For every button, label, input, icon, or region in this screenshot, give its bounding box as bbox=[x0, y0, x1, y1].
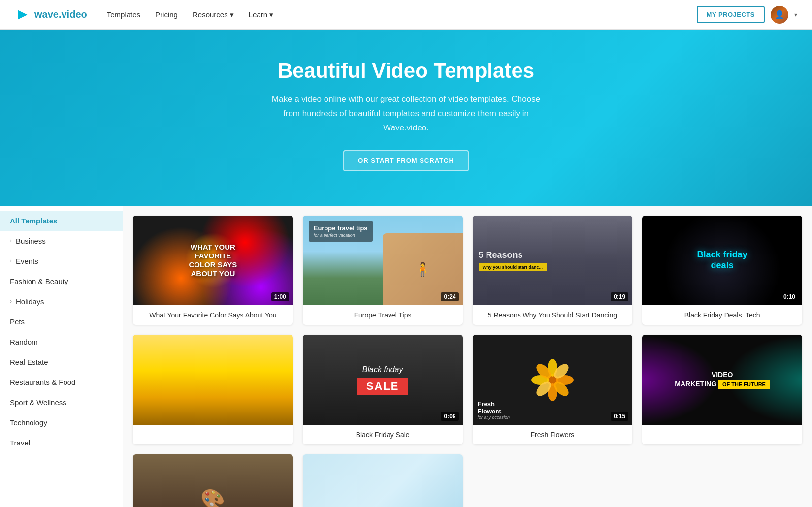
chevron-down-icon: ▾ bbox=[269, 10, 273, 19]
thumb-inner: WHAT YOURFAVORITECOLOR SAYSABOUT YOU bbox=[133, 216, 293, 306]
flower-svg bbox=[528, 355, 577, 405]
hero-description: Make a video online with our great colle… bbox=[268, 93, 544, 135]
flowers-text: Fresh Flowers for any occasion bbox=[478, 400, 510, 420]
sidebar-item-random[interactable]: Random bbox=[0, 332, 123, 352]
flowers-title: Fresh bbox=[478, 400, 510, 408]
template-card-color-says[interactable]: WHAT YOURFAVORITECOLOR SAYSABOUT YOU 1:0… bbox=[133, 216, 293, 325]
chevron-right-icon: › bbox=[10, 257, 12, 264]
duration-badge: 0:09 bbox=[441, 412, 458, 421]
template-label: What Your Favorite Color Says About You bbox=[133, 305, 293, 325]
template-card-bft[interactable]: Black fridaydeals 0:10 Black Friday Deal… bbox=[642, 216, 802, 325]
template-label bbox=[133, 425, 293, 437]
template-thumbnail-bft: Black fridaydeals 0:10 bbox=[642, 216, 802, 306]
vm-highlight: OF THE FUTURE bbox=[718, 380, 770, 389]
logo-text: wave.video bbox=[34, 9, 87, 20]
nav-learn[interactable]: Learn ▾ bbox=[249, 10, 273, 19]
nav-pricing[interactable]: Pricing bbox=[155, 10, 178, 19]
thumb-inner: VIDEOMARKETING OF THE FUTURE bbox=[642, 335, 802, 425]
my-projects-button[interactable]: MY PROJECTS bbox=[697, 6, 765, 23]
sidebar-item-sport-wellness[interactable]: Sport & Wellness bbox=[0, 392, 123, 412]
duration-badge: 0:19 bbox=[611, 292, 628, 301]
thumb-inner bbox=[133, 335, 293, 425]
nav-templates[interactable]: Templates bbox=[107, 10, 140, 19]
logo[interactable]: wave.video bbox=[15, 7, 87, 23]
thumb-text: WHAT YOURFAVORITECOLOR SAYSABOUT YOU bbox=[141, 243, 285, 278]
logo-icon bbox=[15, 7, 31, 23]
template-label: Fresh Flowers bbox=[473, 425, 633, 444]
template-thumbnail-color-says: WHAT YOURFAVORITECOLOR SAYSABOUT YOU 1:0… bbox=[133, 216, 293, 306]
duration-badge: 0:10 bbox=[780, 292, 798, 301]
bfs-cursive: Black friday bbox=[362, 365, 403, 374]
bft-content: Black fridaydeals bbox=[697, 250, 747, 271]
duration-badge: 0:15 bbox=[611, 412, 628, 421]
navbar: wave.video Templates Pricing Resources ▾… bbox=[0, 0, 812, 30]
thumb-inner: Black fridaydeals bbox=[642, 216, 802, 306]
main-content: All Templates › Business › Events Fashio… bbox=[0, 206, 812, 507]
template-card-landscape[interactable] bbox=[133, 335, 293, 444]
templates-area: WHAT YOURFAVORITECOLOR SAYSABOUT YOU 1:0… bbox=[123, 206, 812, 507]
avatar[interactable]: 👤 bbox=[771, 6, 788, 24]
sidebar-item-fashion-beauty[interactable]: Fashion & Beauty bbox=[0, 271, 123, 291]
sidebar-item-business[interactable]: › Business bbox=[0, 231, 123, 251]
flowers-sub: for any occasion bbox=[478, 415, 510, 420]
template-label: 5 Reasons Why You Should Start Dancing bbox=[473, 305, 633, 325]
sidebar-item-technology[interactable]: Technology bbox=[0, 412, 123, 433]
sidebar-item-real-estate[interactable]: Real Estate bbox=[0, 352, 123, 372]
template-thumbnail-europe: Europe travel tips for a perfect vacatio… bbox=[303, 216, 463, 306]
template-label: Black Friday Deals. Tech bbox=[642, 305, 802, 325]
europe-title: Europe travel tips bbox=[314, 224, 368, 233]
sidebar: All Templates › Business › Events Fashio… bbox=[0, 206, 123, 507]
avatar-image: 👤 bbox=[771, 6, 788, 24]
flowers-subtitle: Flowers bbox=[478, 408, 510, 415]
thumb-inner: What do you need... bbox=[303, 454, 463, 507]
duration-badge: 1:00 bbox=[271, 292, 289, 301]
hero-section: Beautiful Video Templates Make a video o… bbox=[0, 30, 812, 206]
template-label: Europe Travel Tips bbox=[303, 305, 463, 325]
template-card-dancing[interactable]: 5 Reasons Why you should start danc... 0… bbox=[473, 216, 633, 325]
dancing-overlay bbox=[473, 216, 633, 306]
thumb-inner: 5 Reasons Why you should start danc... bbox=[473, 216, 633, 306]
template-card-flowers[interactable]: Fresh Flowers for any occasion 0:15 Fres… bbox=[473, 335, 633, 444]
template-label bbox=[642, 425, 802, 437]
chevron-right-icon: › bbox=[10, 298, 12, 305]
sidebar-item-all-templates[interactable]: All Templates bbox=[0, 211, 123, 231]
template-thumbnail-lb: What do you need... bbox=[303, 454, 463, 507]
nav-right: MY PROJECTS 👤 ▾ bbox=[697, 6, 797, 24]
chevron-right-icon: › bbox=[10, 237, 12, 244]
chevron-down-icon: ▾ bbox=[230, 10, 234, 19]
template-card-europe-travel[interactable]: Europe travel tips for a perfect vacatio… bbox=[303, 216, 463, 325]
thumb-inner: 🎨 bbox=[133, 454, 293, 507]
bft-text: Black fridaydeals bbox=[697, 250, 747, 271]
europe-subtitle: for a perfect vacation bbox=[314, 233, 368, 238]
template-thumbnail-mona: 🎨 bbox=[133, 454, 293, 507]
nav-links: Templates Pricing Resources ▾ Learn ▾ bbox=[107, 10, 697, 19]
sidebar-item-pets[interactable]: Pets bbox=[0, 312, 123, 332]
nav-resources[interactable]: Resources ▾ bbox=[193, 10, 234, 19]
template-thumbnail-vm: VIDEOMARKETING OF THE FUTURE bbox=[642, 335, 802, 425]
template-thumbnail-landscape bbox=[133, 335, 293, 425]
svg-marker-0 bbox=[18, 10, 27, 19]
template-label: Black Friday Sale bbox=[303, 425, 463, 444]
duration-badge: 0:24 bbox=[441, 292, 458, 301]
hero-title: Beautiful Video Templates bbox=[10, 59, 802, 83]
sidebar-item-travel[interactable]: Travel bbox=[0, 433, 123, 453]
thumb-inner: Black friday SALE bbox=[303, 335, 463, 425]
template-thumbnail-bfs: Black friday SALE 0:09 bbox=[303, 335, 463, 425]
sidebar-item-restaurants-food[interactable]: Restaurants & Food bbox=[0, 372, 123, 392]
templates-grid: WHAT YOURFAVORITECOLOR SAYSABOUT YOU 1:0… bbox=[133, 216, 802, 507]
bfs-sale: SALE bbox=[357, 378, 408, 395]
template-card-light-blue[interactable]: What do you need... bbox=[303, 454, 463, 507]
template-thumbnail-dancing: 5 Reasons Why you should start danc... 0… bbox=[473, 216, 633, 306]
user-menu-chevron[interactable]: ▾ bbox=[794, 11, 797, 18]
thumb-inner: Europe travel tips for a perfect vacatio… bbox=[303, 216, 463, 306]
sidebar-item-holidays[interactable]: › Holidays bbox=[0, 291, 123, 312]
thumb-inner: Fresh Flowers for any occasion bbox=[473, 335, 633, 425]
template-card-video-marketing[interactable]: VIDEOMARKETING OF THE FUTURE bbox=[642, 335, 802, 444]
vm-text: VIDEOMARKETING OF THE FUTURE bbox=[675, 371, 770, 389]
sidebar-item-events[interactable]: › Events bbox=[0, 251, 123, 271]
start-from-scratch-button[interactable]: OR START FROM SCRATCH bbox=[343, 150, 469, 171]
template-card-bfs[interactable]: Black friday SALE 0:09 Black Friday Sale bbox=[303, 335, 463, 444]
template-card-mona[interactable]: 🎨 bbox=[133, 454, 293, 507]
mona-emoji: 🎨 bbox=[200, 488, 225, 507]
template-thumbnail-flowers: Fresh Flowers for any occasion 0:15 bbox=[473, 335, 633, 425]
